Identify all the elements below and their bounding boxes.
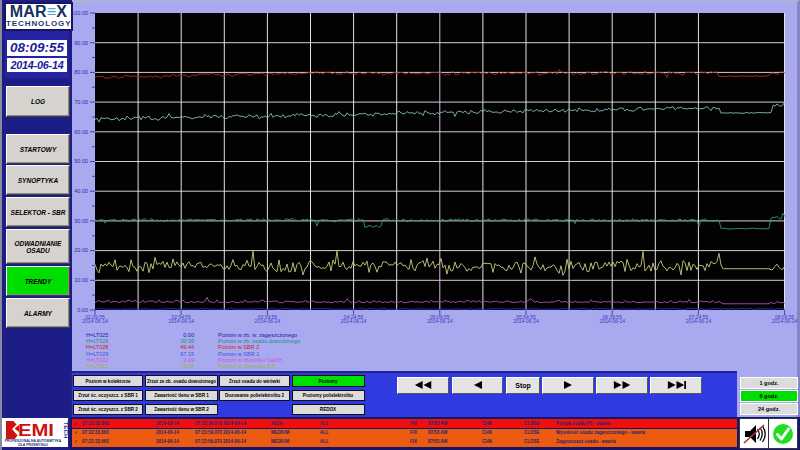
svg-text:TECH: TECH: [63, 422, 69, 439]
svg-text:EMI: EMI: [18, 421, 54, 440]
svg-text:DLA PRZEMYSŁU: DLA PRZEMYSŁU: [18, 443, 48, 447]
